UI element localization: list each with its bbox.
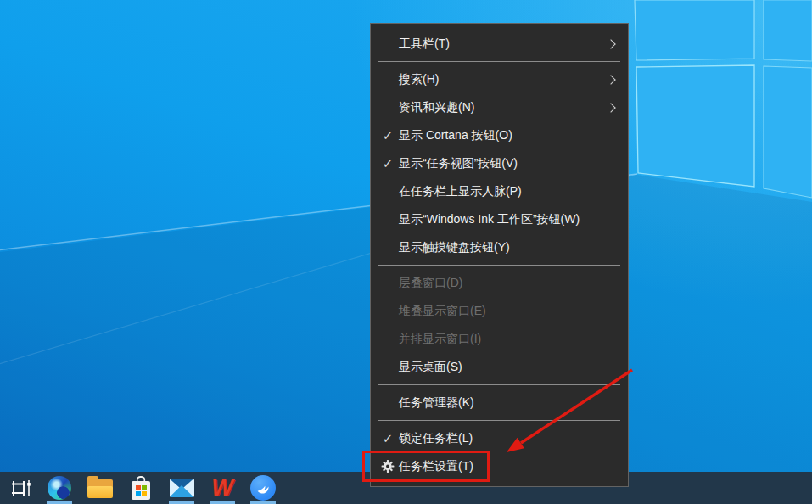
taskbar-edge-button[interactable] [39, 472, 80, 504]
menu-item-show-windows-ink-workspace[interactable]: 显示“Windows Ink 工作区”按钮(W) [371, 205, 628, 233]
taskbar-wps-button[interactable]: W [202, 472, 243, 504]
menu-item-show-task-view-button[interactable]: ✓ 显示“任务视图”按钮(V) [371, 149, 628, 177]
taskbar-dingtalk-button[interactable] [243, 472, 283, 504]
taskbar-file-explorer-button[interactable] [80, 472, 120, 504]
menu-item-side-by-side-windows: 并排显示窗口(I) [371, 325, 628, 353]
submenu-arrow-icon [606, 39, 615, 48]
menu-item-show-touch-keyboard[interactable]: 显示触摸键盘按钮(Y) [371, 233, 628, 261]
menu-separator [378, 265, 620, 266]
mail-icon [170, 479, 194, 497]
taskbar-mail-button[interactable] [161, 472, 202, 504]
taskbar-context-menu: 工具栏(T) 搜索(H) 资讯和兴趣(N) ✓ 显示 Cortana 按钮(O)… [370, 23, 629, 487]
menu-item-search[interactable]: 搜索(H) [371, 65, 628, 93]
menu-item-show-cortana-button[interactable]: ✓ 显示 Cortana 按钮(O) [371, 121, 628, 149]
check-icon: ✓ [380, 156, 395, 171]
start-button[interactable] [0, 472, 39, 504]
menu-separator [378, 420, 620, 421]
menu-item-toolbars[interactable]: 工具栏(T) [371, 30, 628, 58]
submenu-arrow-icon [606, 103, 615, 112]
menu-item-cascade-windows: 层叠窗口(D) [371, 269, 628, 297]
windows-start-icon [7, 475, 32, 501]
menu-item-taskbar-settings[interactable]: 任务栏设置(T) [371, 452, 628, 480]
submenu-arrow-icon [606, 75, 615, 84]
check-icon: ✓ [380, 431, 395, 446]
windows-desktop: W 工具栏(T) 搜索(H) 资讯和兴趣(N) ✓ [0, 0, 812, 504]
dingtalk-icon [250, 475, 276, 501]
check-icon: ✓ [380, 128, 395, 143]
menu-separator [378, 384, 620, 385]
file-explorer-icon [87, 478, 113, 498]
gear-icon [380, 459, 395, 473]
wps-office-icon: W [211, 477, 232, 500]
menu-item-show-desktop[interactable]: 显示桌面(S) [371, 353, 628, 381]
menu-separator [378, 61, 620, 62]
menu-item-news-and-interests[interactable]: 资讯和兴趣(N) [371, 93, 628, 121]
microsoft-store-icon [131, 476, 151, 500]
menu-item-stack-windows: 堆叠显示窗口(E) [371, 297, 628, 325]
menu-item-lock-taskbar[interactable]: ✓ 锁定任务栏(L) [371, 424, 628, 452]
taskbar-store-button[interactable] [120, 472, 161, 504]
menu-item-show-people[interactable]: 在任务栏上显示人脉(P) [371, 177, 628, 205]
menu-item-task-manager[interactable]: 任务管理器(K) [371, 389, 628, 417]
microsoft-edge-icon [48, 476, 71, 500]
